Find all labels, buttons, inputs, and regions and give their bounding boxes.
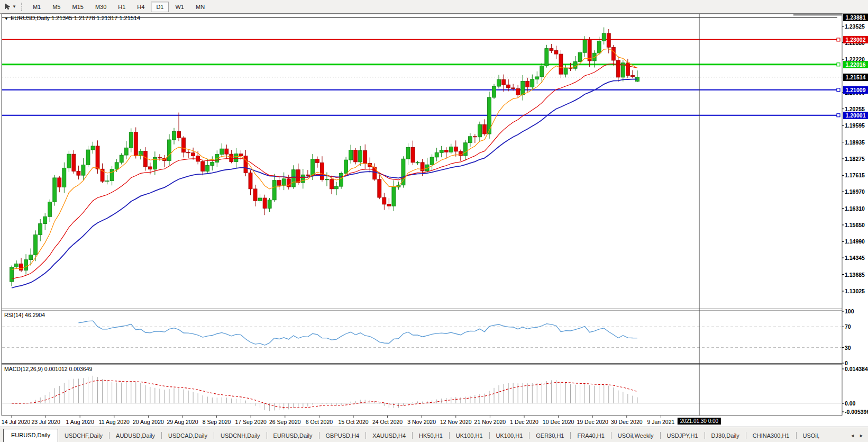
price-tick: 1.13685: [845, 272, 868, 278]
timeframe-button-m5[interactable]: M5: [47, 2, 66, 12]
timeframe-button-m15[interactable]: M15: [67, 2, 88, 12]
timeframe-button-w1[interactable]: W1: [170, 2, 189, 12]
tool-dropdown-caret[interactable]: ▼: [12, 4, 16, 9]
indicator-tick: 0.014384: [845, 366, 868, 372]
tab-eurusd-daily[interactable]: EURUSD,Daily: [3, 429, 58, 442]
tab-usdjpy-h1[interactable]: USDJPY,H1: [661, 430, 705, 442]
indicator-tick: -0.005396: [845, 409, 868, 415]
price-badge: 1.20001: [843, 112, 868, 119]
tab-hk50-h1[interactable]: HK50,H1: [413, 430, 449, 442]
date-label: 12 Nov 2020: [440, 419, 472, 425]
toolbar-grip[interactable]: [21, 3, 24, 11]
tab-gbpusd-h4[interactable]: GBPUSD,H4: [319, 430, 366, 442]
tab-uk100-h1[interactable]: UK100,H1: [490, 430, 529, 442]
date-label: 17 Sep 2020: [235, 419, 267, 425]
timeframe-button-m30[interactable]: M30: [90, 2, 112, 12]
date-label: 26 Sep 2020: [269, 419, 301, 425]
date-label: 24 Oct 2020: [372, 419, 403, 425]
chart-title: ▼EURUSD,Daily 1.21345 1.21778 1.21317 1.…: [4, 15, 140, 21]
tab-scroll-left-icon[interactable]: ◄: [850, 433, 855, 438]
tab-xauusd-h4[interactable]: XAUUSD,H4: [366, 430, 412, 442]
tab-dj30-daily[interactable]: DJ30,Daily: [705, 430, 746, 442]
date-label: 19 Dec 2020: [577, 419, 608, 425]
date-label: 21 Nov 2020: [474, 419, 506, 425]
price-tick: 1.15650: [845, 222, 868, 228]
tab-usdcnh-daily[interactable]: USDCNH,Daily: [214, 430, 267, 442]
indicator-tick: 100: [845, 308, 854, 314]
tab-fra40-h1[interactable]: FRA40,H1: [571, 430, 610, 442]
timeframe-button-mn[interactable]: MN: [190, 2, 210, 12]
mt4-window: ▼ M1M5M15M30H1H4D1W1MN ▼EURUSD,Daily 1.2…: [0, 0, 868, 442]
price-tick: 1.23525: [845, 23, 868, 30]
price-badge: 1.21009: [843, 86, 868, 94]
cursor-date-badge: 2021.01.30 0:00: [678, 418, 721, 425]
cursor-tool-icon: [4, 3, 11, 11]
rsi-label: RSI(14) 46.2904: [4, 312, 45, 318]
date-label: 8 Sep 2020: [203, 419, 231, 425]
timeframe-button-d1[interactable]: D1: [151, 2, 169, 12]
date-label: 1 Aug 2020: [66, 419, 94, 425]
price-badge: 1.23881: [843, 14, 868, 21]
date-label: 11 Aug 2020: [99, 419, 130, 425]
date-label: 20 Aug 2020: [133, 419, 164, 425]
timeframe-button-m1[interactable]: M1: [28, 2, 46, 12]
date-label: 14 Jul 2020: [2, 419, 30, 425]
tab-scroll-right-icon[interactable]: ►: [859, 433, 864, 438]
price-tick: 1.16970: [845, 188, 868, 195]
tab-china300-h1[interactable]: CHINA300,H1: [746, 430, 796, 442]
tab-audusd-daily[interactable]: AUDUSD,Daily: [109, 430, 161, 442]
chart-tab-bar: EURUSD,DailyUSDCHF,DailyAUDUSD,DailyUSDC…: [0, 427, 868, 442]
price-tick: 1.19595: [845, 122, 868, 129]
price-badge: 1.21514: [843, 74, 868, 81]
date-label: 29 Aug 2020: [167, 419, 198, 425]
indicator-tick: 0.00: [845, 400, 855, 407]
date-label: 1 Dec 2020: [510, 419, 538, 425]
price-tick: 1.18275: [845, 156, 868, 162]
collapse-triangle-icon[interactable]: ▼: [4, 16, 8, 21]
price-tick: 1.13025: [845, 288, 868, 294]
tab-usoil-[interactable]: USOil,: [797, 430, 826, 442]
cursor-tool-button[interactable]: ▼: [2, 2, 18, 12]
timeframe-button-h1[interactable]: H1: [113, 2, 131, 12]
price-tick: 1.18935: [845, 139, 868, 146]
price-tick: 1.16310: [845, 205, 868, 212]
date-label: 3 Nov 2020: [407, 419, 436, 425]
timeframe-toolbar: ▼ M1M5M15M30H1H4D1W1MN: [0, 0, 868, 14]
chart-canvas[interactable]: [0, 0, 868, 442]
tab-ger30-h1[interactable]: GER30,H1: [529, 430, 570, 442]
tab-eurusd-daily[interactable]: EURUSD,Daily: [267, 430, 319, 442]
date-label: 9 Jan 2021: [647, 419, 674, 425]
tab-uk100-h1[interactable]: UK100,H1: [450, 430, 489, 442]
chart-title-text: EURUSD,Daily 1.21345 1.21778 1.21317 1.2…: [11, 15, 140, 21]
tab-usdcad-daily[interactable]: USDCAD,Daily: [162, 430, 214, 442]
price-tick: 1.14345: [845, 255, 868, 261]
indicator-tick: 30: [845, 345, 851, 351]
date-label: 30 Dec 2020: [611, 419, 643, 425]
indicator-tick: 70: [845, 323, 851, 330]
macd-label: MACD(12,26,9) 0.001012 0.003649: [4, 366, 92, 372]
date-label: 10 Dec 2020: [543, 419, 574, 425]
price-badge: 1.23002: [843, 36, 868, 43]
tab-usdchf-daily[interactable]: USDCHF,Daily: [58, 430, 109, 442]
price-tick: 1.17615: [845, 172, 868, 178]
price-tick: 1.14990: [845, 238, 868, 245]
date-label: 23 Jul 2020: [31, 419, 60, 425]
date-label: 6 Oct 2020: [306, 419, 333, 425]
date-label: 15 Oct 2020: [338, 419, 368, 425]
price-badge: 1.22016: [843, 61, 868, 68]
tab-usoil-weekly[interactable]: USOil,Weekly: [611, 430, 660, 442]
timeframe-button-h4[interactable]: H4: [132, 2, 150, 12]
